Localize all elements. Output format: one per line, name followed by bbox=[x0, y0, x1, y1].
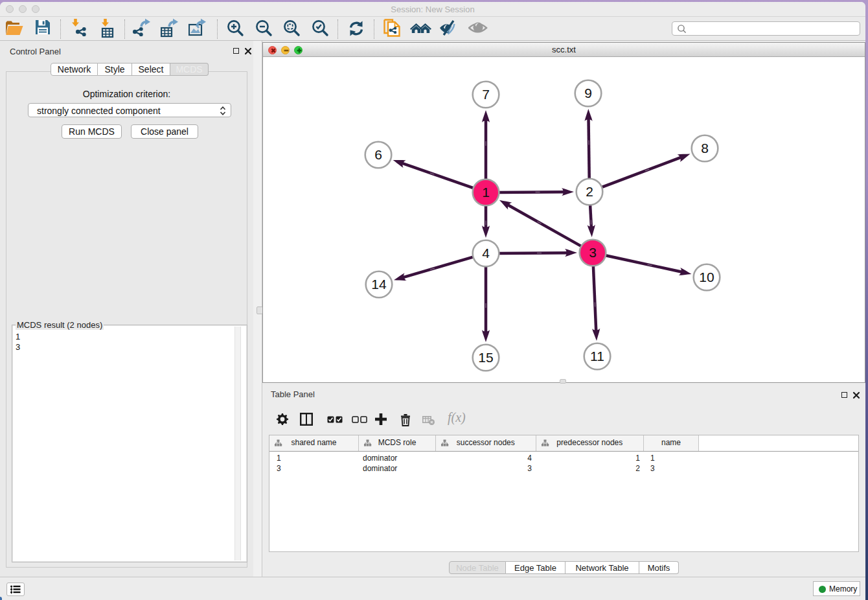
svg-text:6: 6 bbox=[374, 147, 382, 162]
svg-text:8: 8 bbox=[701, 141, 709, 156]
svg-text:9: 9 bbox=[584, 86, 592, 100]
svg-text:3: 3 bbox=[589, 245, 597, 260]
svg-text:10: 10 bbox=[699, 270, 714, 284]
svg-text:7: 7 bbox=[482, 87, 490, 102]
svg-text:1: 1 bbox=[482, 185, 490, 200]
svg-text:15: 15 bbox=[478, 350, 493, 365]
svg-text:14: 14 bbox=[371, 277, 387, 292]
svg-text:4: 4 bbox=[482, 246, 490, 260]
svg-text:2: 2 bbox=[586, 184, 593, 199]
svg-text:11: 11 bbox=[590, 349, 604, 363]
